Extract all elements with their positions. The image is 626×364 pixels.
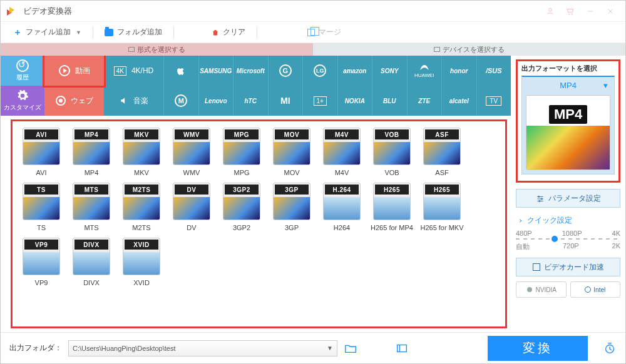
format-h264[interactable]: H.264H264 [318,183,366,231]
merge-button[interactable]: マージ [301,24,347,40]
app-window: ビデオ変換器 ＋ ファイル追加 ▼ フォルダ追加 クリア マージ [0,0,626,364]
app-title: ビデオ変換器 [23,6,72,17]
preset-480P[interactable]: 480P [516,230,532,237]
format-3gp2[interactable]: 3GP23GP2 [218,183,265,231]
main-body: 履歴 カスタマイズ 動画 ウェブ [1,56,625,332]
preset-1080P[interactable]: 1080P [562,230,582,237]
account-icon[interactable] [541,3,559,20]
output-folder-label: 出力フォルダ： [9,343,62,353]
format-h265-for-mp4[interactable]: H265H265 for MP4 [368,183,416,231]
title-bar: ビデオ変換器 [1,1,625,22]
merge-icon [307,29,315,36]
category-hd-label: 4K/HD [131,66,153,75]
brand-microsoft[interactable]: Microsoft [233,56,268,86]
brand-lg[interactable]: LG [302,56,337,86]
format-divx[interactable]: DIVXDIVX [68,238,115,286]
format-ts[interactable]: TSTS [18,183,65,231]
brand-amazon[interactable]: amazon [337,56,372,86]
schedule-icon[interactable] [603,341,617,355]
merge-label: マージ [319,27,341,38]
format-h265-for-mkv[interactable]: H265H265 for MKV [418,183,466,231]
add-folder-button[interactable]: フォルダ追加 [98,24,168,40]
brand-htc[interactable]: hTC [233,86,268,116]
category-ribbon: 履歴 カスタマイズ 動画 ウェブ [1,56,511,116]
format-mov[interactable]: MOVMOV [268,128,316,176]
brand-samsung[interactable]: SAMSUNG [198,56,233,86]
output-folder-path[interactable]: C:\Users\HuangPing\Desktop\test ▼ [68,340,337,356]
quick-setting-label: クイック設定 [527,215,572,226]
quick-slider[interactable] [516,238,620,240]
output-format-select[interactable]: MP4 MP4 [521,76,615,174]
open-folder-button[interactable] [344,341,357,355]
category-audio[interactable]: 音楽 [104,86,163,116]
format-3gp[interactable]: 3GP3GP [268,183,316,231]
chevron-down-icon: ▼ [76,29,81,36]
brand-zte[interactable]: ZTE [407,86,442,116]
brand-sony[interactable]: SONY [372,56,407,86]
history-button[interactable]: 履歴 [1,56,44,86]
brand-g[interactable]: G [268,56,303,86]
format-mp4[interactable]: MP4MP4 [68,128,115,176]
format-avi[interactable]: AVIAVI [18,128,65,176]
clear-label: クリア [223,27,245,38]
brand-alcatel[interactable]: alcatel [441,86,476,116]
gpu-accel-button[interactable]: ビデオカード加速 [516,258,620,276]
close-icon[interactable] [602,3,619,20]
format-dv[interactable]: DVDV [168,183,215,231]
brand-huawei[interactable]: HUAWEI [407,56,442,86]
minimize-icon[interactable] [582,3,599,20]
customize-button[interactable]: カスタマイズ [1,86,44,116]
format-mpg[interactable]: MPGMPG [218,128,265,176]
quick-setting-block: クイック設定 480P1080P4K 自動720P2K [516,215,620,251]
brand-oneplus[interactable]: 1+ [302,86,337,116]
brand-moto[interactable]: M [163,86,198,116]
category-video-label: 動画 [75,66,90,76]
brand-honor[interactable]: honor [441,56,476,86]
device-icon [434,47,440,52]
history-icon [16,59,29,72]
cart-icon[interactable] [562,3,579,20]
brand-asus[interactable]: /SUS [476,56,511,86]
brand-apple[interactable] [163,56,198,86]
brand-blu[interactable]: BLU [372,86,407,116]
preset-4K[interactable]: 4K [612,230,620,237]
output-format-value: MP4 [526,81,610,90]
category-4k-hd[interactable]: 4K 4K/HD [104,56,163,86]
preset-自動[interactable]: 自動 [516,242,530,251]
output-path-text: C:\Users\HuangPing\Desktop\test [73,345,175,352]
subtab-device[interactable]: デバイスを選択する [313,43,625,56]
format-vob[interactable]: VOBVOB [368,128,416,176]
svg-point-12 [527,287,532,292]
preset-720P[interactable]: 720P [563,242,579,251]
category-web[interactable]: ウェブ [44,86,104,116]
brand-lenovo[interactable]: Lenovo [198,86,233,116]
category-video[interactable]: 動画 [44,56,104,86]
subtab-format[interactable]: 形式を選択する [1,43,313,56]
format-mts[interactable]: MTSMTS [68,183,115,231]
format-xvid[interactable]: XVIDXVID [118,238,165,286]
format-wmv[interactable]: WMVWMV [168,128,215,176]
format-mkv[interactable]: MKVMKV [118,128,165,176]
format-m4v[interactable]: M4VM4V [318,128,366,176]
cpu-icon [533,263,540,271]
format-asf[interactable]: ASFASF [418,128,466,176]
brand-tv[interactable]: TV [476,86,511,116]
add-file-button[interactable]: ＋ ファイル追加 ▼ [7,24,88,41]
clear-button[interactable]: クリア [205,24,252,40]
svg-point-1 [569,14,570,14]
brand-mi[interactable]: MI [268,86,303,116]
format-m2ts[interactable]: M2TSM2TS [118,183,165,231]
param-settings-button[interactable]: パラメータ設定 [516,189,620,208]
gpu-chip-intel[interactable]: Intel [570,281,621,298]
subtab-format-label: 形式を選択する [137,45,185,54]
output-format-box: 出力フォーマットを選択 MP4 MP4 [516,59,620,183]
convert-button[interactable]: 変換 [488,336,588,361]
format-vp9[interactable]: VP9VP9 [18,238,65,286]
right-panel: 出力フォーマットを選択 MP4 MP4 パラメータ設定 クイック設定 480P1… [511,56,625,332]
output-format-preview: MP4 [526,95,610,170]
preset-2K[interactable]: 2K [612,242,620,251]
open-output-button[interactable] [395,341,409,355]
gpu-chip-nvidia[interactable]: NVIDIA [516,281,567,298]
bottom-bar: 出力フォルダ： C:\Users\HuangPing\Desktop\test … [1,332,625,363]
brand-nokia[interactable]: NOKIA [337,86,372,116]
